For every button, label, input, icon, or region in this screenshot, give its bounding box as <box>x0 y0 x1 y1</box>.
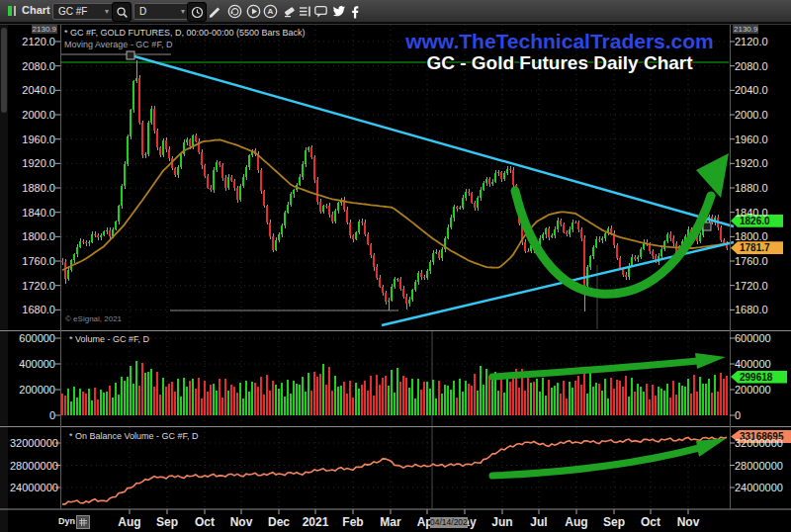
obv-overlay-label: * On Balance Volume - GC #F, D <box>69 431 199 441</box>
price-tick-label: 1720.0 <box>10 281 55 292</box>
esignal-copyright: © eSignal, 2021 <box>65 314 122 323</box>
chart-title-block: www.TheTechnicalTraders.com GC - Gold Fu… <box>394 30 726 73</box>
month-tick-label: Jun <box>491 515 512 529</box>
price-tick-label: 1800.0 <box>735 231 768 242</box>
ma-overlay-label: Moving Average - GC #F, D <box>64 40 172 49</box>
price-tick-label: 2080.0 <box>735 61 768 72</box>
month-tick-label: Nov <box>230 515 253 529</box>
month-tick-label: Oct <box>641 515 660 529</box>
month-tick-label: Nov <box>677 515 700 529</box>
volume-tick-label: 0 <box>10 410 55 421</box>
obv-tick-label: 32000000 <box>735 438 783 449</box>
price-axis-top-value-right: 2130.9 <box>733 25 758 34</box>
month-tick-label: Feb <box>342 515 363 529</box>
month-tick-label: Jul <box>530 515 547 529</box>
price-tick-label: 2040.0 <box>10 85 55 96</box>
month-tick-label: Sep <box>156 515 178 529</box>
price-axis-top-value-left: 2130.9 <box>32 25 57 34</box>
chart-plot-area[interactable] <box>0 0 791 532</box>
month-tick-label: Aug <box>565 515 587 529</box>
volume-value-badge: 299618 <box>731 371 787 384</box>
price-tick-label: 1840.0 <box>10 208 55 219</box>
price-tick-label: 1920.0 <box>735 158 768 169</box>
month-tick-label: Sep <box>603 515 625 529</box>
volume-tick-label: 200000 <box>10 385 55 396</box>
price-tick-label: 1680.0 <box>10 305 55 315</box>
volume-tick-label: 200000 <box>735 385 771 396</box>
symbol-overlay-label: * GC #F, GOLD FUTURES, D, 00:00-00:00 (5… <box>64 28 306 38</box>
obv-tick-label: 32000000 <box>10 438 55 449</box>
obv-tick-label: 28000000 <box>10 461 55 472</box>
price-tick-label: 1680.0 <box>735 305 768 315</box>
obv-tick-label: 24000000 <box>10 483 55 493</box>
month-tick-label: Mar <box>380 515 400 529</box>
price-tick-label: 1880.0 <box>10 183 55 194</box>
volume-overlay-label: * Volume - GC #F, D <box>69 334 149 344</box>
price-tick-label: 1920.0 <box>10 158 55 169</box>
month-tick-label: Aug <box>118 515 140 529</box>
website-title: www.TheTechnicalTraders.com <box>394 30 726 52</box>
price-tick-label: 1960.0 <box>10 134 55 145</box>
crosshair-date-label: 04/14/2021 <box>430 517 468 528</box>
chart-window: Chart GC #F ▾ D ▾ <box>0 0 791 532</box>
price-tick-label: 1800.0 <box>10 231 55 242</box>
price-tick-label: 1760.0 <box>735 256 768 267</box>
month-tick-label: 2021 <box>303 515 329 529</box>
dyn-toggle-button[interactable] <box>76 515 90 529</box>
chart-title: GC - Gold Futures Daily Chart <box>394 52 726 73</box>
grid-icon <box>79 518 87 526</box>
price-tick-label: 2000.0 <box>735 110 768 121</box>
volume-tick-label: 400000 <box>10 359 55 370</box>
month-tick-label: Oct <box>195 515 215 529</box>
price-tick-label: 2040.0 <box>735 85 768 96</box>
volume-tick-label: 0 <box>735 410 741 421</box>
price-tick-label: 1760.0 <box>10 256 55 267</box>
dyn-label: Dyn <box>58 516 75 526</box>
obv-tick-label: 24000000 <box>735 483 783 493</box>
price-tick-label: 2120.0 <box>10 37 55 47</box>
obv-tick-label: 28000000 <box>735 461 783 472</box>
volume-tick-label: 600000 <box>735 333 771 344</box>
price-tick-label: 1840.0 <box>735 208 768 219</box>
price-tick-label: 2000.0 <box>10 110 55 121</box>
last-price-badge: 1781.7 <box>731 241 783 254</box>
volume-tick-label: 600000 <box>10 333 55 344</box>
price-tick-label: 1960.0 <box>735 134 768 145</box>
price-tick-label: 1880.0 <box>735 183 768 194</box>
month-tick-label: Dec <box>268 515 290 529</box>
volume-tick-label: 400000 <box>735 359 771 370</box>
price-tick-label: 2120.0 <box>735 37 768 47</box>
price-tick-label: 2080.0 <box>10 61 55 72</box>
price-tick-label: 1720.0 <box>735 281 768 292</box>
